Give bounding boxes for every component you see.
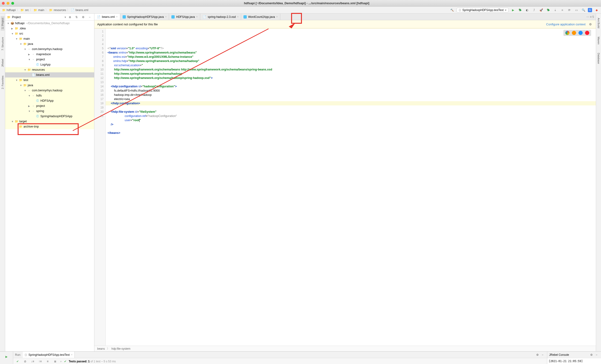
settings-icon[interactable]: ⚙ xyxy=(80,15,86,20)
search-button[interactable]: 🔍 xyxy=(581,8,586,13)
tree-node-beans-xml[interactable]: 📄beans.xml xyxy=(5,72,94,78)
editor-tab[interactable]: 📄spring-hadoop-2.3.xsd× xyxy=(200,14,241,20)
rerun-button[interactable]: ▶ xyxy=(3,354,10,360)
attach-icon[interactable]: ⇣ xyxy=(553,8,558,13)
close-tab-icon[interactable]: × xyxy=(165,16,167,18)
side-tab-structure[interactable]: 7: Structure xyxy=(1,35,4,52)
jrebel-debug-icon[interactable]: 🪲 xyxy=(546,8,551,13)
tree-node-project[interactable]: ▼▫project xyxy=(5,57,94,62)
expand-icon[interactable]: ⇅ xyxy=(74,15,79,20)
panel-icon: 📁 xyxy=(7,16,10,19)
side-tab-favorites[interactable]: 2: Favorites xyxy=(1,74,4,91)
editor-tabs: 📄beans.xml×CSpringHadoopHDFSApp.java×CHD… xyxy=(94,14,596,20)
breadcrumb: 📁hdfsapi〉 📁src〉 📁main〉 📁resources〉 📄bean… xyxy=(2,8,88,12)
collapse-icon[interactable]: ≣ xyxy=(53,359,58,364)
notification-link[interactable]: Configure application context xyxy=(546,22,585,26)
jrebel-panel: JRebel Console ⚙ − [2021-01-21 21:05:59] xyxy=(547,352,601,364)
toggle-button[interactable]: ⊘ xyxy=(3,362,10,364)
safari-icon[interactable] xyxy=(579,31,583,35)
close-tab-icon[interactable]: × xyxy=(237,16,239,18)
run-label: Run: xyxy=(15,353,21,356)
run-hide-icon[interactable]: − xyxy=(540,352,545,357)
tree-node-LogApp[interactable]: ⒸLogApp xyxy=(5,62,94,67)
tree-node-hdfs[interactable]: ▼▫hdfs xyxy=(5,93,94,98)
tree-node-src[interactable]: ▼📁src xyxy=(5,31,94,36)
code-editor[interactable]: 💡 <?xml version=<?xml version="1.0" enco… xyxy=(106,28,596,346)
tree-node-spring[interactable]: ▼▫spring xyxy=(5,109,94,114)
close-window-button[interactable] xyxy=(2,2,5,5)
side-tab-jrebel[interactable]: JRebel xyxy=(1,57,4,69)
editor-tab[interactable]: CWordCount2App.java× xyxy=(241,14,280,20)
side-tab-project[interactable]: 1: Project xyxy=(1,16,4,30)
expand-icon[interactable]: ≡ xyxy=(45,359,50,364)
test-ok-icon[interactable]: ✔ xyxy=(15,359,20,364)
tree-node--idea[interactable]: ▶📁.idea xyxy=(5,26,94,31)
right-tool-strip: Ant Build Maven Database xyxy=(596,14,601,351)
editor-breadcrumb: beans〉 hdp:file-system xyxy=(94,346,596,351)
breadcrumb-seg[interactable]: 📁src xyxy=(20,8,29,12)
window-title: hdfsapi [~/Documents/Idea_Demo/hdfsapi] … xyxy=(14,1,599,5)
sort-icon[interactable]: ↓≡ xyxy=(30,359,35,364)
test-fail-icon[interactable]: ⊘ xyxy=(22,359,28,364)
build-button[interactable]: 🔨 xyxy=(450,8,455,13)
editor-tab[interactable]: CSpringHadoopHDFSApp.java× xyxy=(120,14,169,20)
hide-icon[interactable]: − xyxy=(87,15,92,20)
jrebel-settings-icon[interactable]: ⚙ xyxy=(589,352,594,357)
tests-passed-label: Tests passed: 1 of 1 test – 5 s 53 ms xyxy=(69,360,116,363)
side-tab-maven[interactable]: Maven xyxy=(597,35,601,46)
layout-button[interactable]: ▭ xyxy=(574,8,579,13)
stop-button[interactable]: ■ xyxy=(560,8,565,13)
breadcrumb-seg[interactable]: 📁hdfsapi xyxy=(2,8,16,12)
svg-marker-0 xyxy=(289,23,295,28)
maximize-window-button[interactable] xyxy=(11,2,14,5)
tree-node-mapreduce[interactable]: ▶▫mapreduce xyxy=(5,52,94,57)
jrebel-run-icon[interactable]: 🚀 xyxy=(539,8,544,13)
sort-icon[interactable]: ↑≡ xyxy=(38,359,43,364)
breadcrumb-seg[interactable]: 📄beans.xml xyxy=(71,8,88,12)
run-tool-window: ▶ ⊘ ■ 📷 ⊞ Run: ⟨⟩SpringHadoopHDFSApp.tes… xyxy=(0,351,601,364)
tree-node-HDFSApp[interactable]: ⒸHDFSApp xyxy=(5,98,94,103)
translate-icon[interactable]: G xyxy=(588,8,592,12)
tree-node-project[interactable]: ▶▫project xyxy=(5,103,94,109)
notification-settings-icon[interactable]: ⚙ xyxy=(588,22,593,27)
locate-icon[interactable]: ⊕ xyxy=(67,15,72,20)
tree-node-resources[interactable]: ▼📁resources xyxy=(5,67,94,72)
project-tree[interactable]: ▼📦hdfsapi~/Documents/Idea_Demo/hdfsapi▶📁… xyxy=(5,21,94,351)
panel-title: Project xyxy=(12,16,63,19)
jrebel-hide-icon[interactable]: − xyxy=(594,352,599,357)
tree-node-java[interactable]: ▼📁java xyxy=(5,41,94,47)
project-panel: 📁 Project▾ ⊕ ⇅ ⚙ − ▼📦hdfsapi~/Documents/… xyxy=(5,14,94,351)
tree-node-main[interactable]: ▼📁main xyxy=(5,36,94,41)
tree-node-SpringHadoopHDFSApp[interactable]: ⒸSpringHadoopHDFSApp xyxy=(5,114,94,119)
tabs-overflow[interactable]: ⋯ ≡ 5 xyxy=(585,14,596,20)
run-tab[interactable]: ⟨⟩SpringHadoopHDFSApp.testText× xyxy=(23,352,74,358)
tree-node-com-bennyrhys-hadoop[interactable]: ▼▫com.bennyrhys.hadoop xyxy=(5,88,94,93)
editor-tab[interactable]: 📄beans.xml× xyxy=(94,14,120,20)
tree-node-test[interactable]: ▼📁test xyxy=(5,78,94,83)
tree-node-target[interactable]: ▼📁target xyxy=(5,119,94,124)
update-button[interactable]: ⟳ xyxy=(567,8,572,13)
minimize-window-button[interactable] xyxy=(7,2,9,5)
side-tab-ant[interactable]: Ant Build xyxy=(597,16,601,30)
debug-button[interactable]: 🪲 xyxy=(517,8,523,13)
editor-tab[interactable]: CHDFSApp.java× xyxy=(169,14,200,20)
close-tab-icon[interactable]: × xyxy=(116,16,118,18)
profile-button[interactable]: ⤴ xyxy=(531,8,537,13)
coverage-button[interactable]: ◐ xyxy=(524,8,530,13)
tree-node-java[interactable]: ▼📁java xyxy=(5,83,94,88)
breadcrumb-seg[interactable]: 📁main xyxy=(34,8,44,12)
tree-node-com-bennyrhys-hadoop[interactable]: ▼▫com.bennyrhys.hadoop xyxy=(5,47,94,52)
run-button[interactable]: ▶ xyxy=(510,8,516,13)
side-tab-database[interactable]: Database xyxy=(597,51,601,66)
opera-icon[interactable] xyxy=(585,31,589,35)
jrebel-title: JRebel Console xyxy=(549,353,589,356)
breadcrumb-seg[interactable]: 📁resources xyxy=(49,8,66,12)
run-config-selector[interactable]: ⟨⟩SpringHadoopHDFSApp.testText▾ xyxy=(457,8,509,12)
firefox-icon[interactable] xyxy=(572,31,576,35)
run-settings-icon[interactable]: ⚙ xyxy=(535,352,540,357)
chrome-icon[interactable] xyxy=(565,31,570,35)
tree-node-hdfsapi[interactable]: ▼📦hdfsapi~/Documents/Idea_Demo/hdfsapi xyxy=(5,21,94,26)
jrebel-icon[interactable]: ◆ xyxy=(594,8,599,13)
close-tab-icon[interactable]: × xyxy=(196,16,198,18)
close-tab-icon[interactable]: × xyxy=(276,16,278,18)
